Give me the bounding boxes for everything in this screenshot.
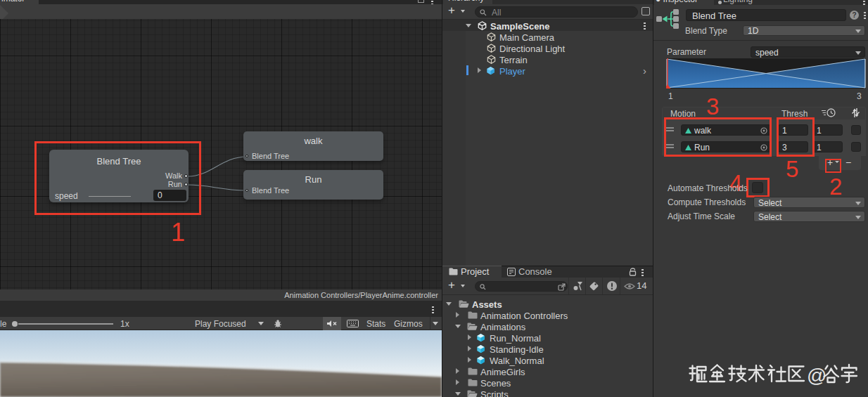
svg-text:@: @	[807, 365, 826, 386]
